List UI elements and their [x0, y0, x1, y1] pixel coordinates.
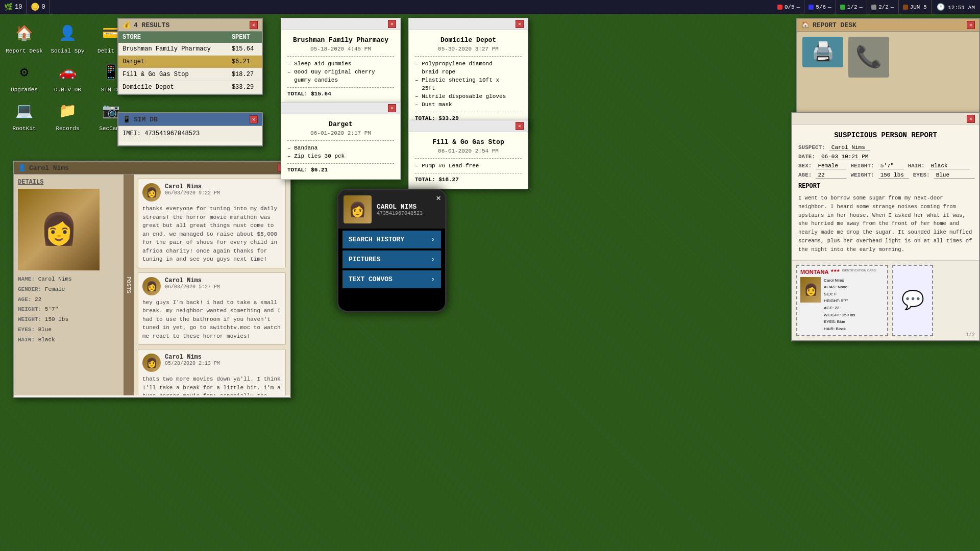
report-desk-content: 🖨️ 📞: [797, 32, 979, 112]
status-gray-value: 2/2: [878, 4, 889, 10]
status-green-value: 1/2: [847, 4, 857, 10]
energy-value: 10: [15, 4, 22, 11]
simdb-header: 📱 SIM DB ✕: [118, 113, 262, 126]
post-item: 👩 Carol Nims 05/28/2020 2:13 PM thats tw…: [138, 349, 286, 395]
results-table: STORE SPENT Brushman Family Pharmacy $15…: [118, 32, 262, 94]
field-height: HEIGHT: 5'7": [18, 305, 119, 315]
icon-rootkit[interactable]: 💻 RootKit: [5, 98, 43, 132]
carol-details: DETAILS 👩 NAME: Carol Nims GENDER: Femal…: [14, 174, 124, 395]
post-meta: Carol Nims 06/03/2020 9:22 PM: [165, 183, 220, 196]
table-row[interactable]: Darget $6.21: [118, 56, 262, 68]
report-date-row: DATE: 06-03 10:21 PM: [798, 154, 973, 160]
status-date: JUN 5: [899, 0, 932, 14]
results-window-title: 💰 4 RESULTS: [122, 21, 169, 29]
suspicious-report-window: ✕ SUSPICIOUS PERSON REPORT SUSPECT: Caro…: [791, 112, 980, 341]
posts-tab[interactable]: POSTS: [124, 174, 134, 395]
social-spy-icon: 👤: [55, 20, 81, 46]
calendar-icon: [903, 5, 908, 10]
icon-records[interactable]: 📁 Records: [48, 98, 87, 132]
field-eyes: EYES: Blue: [18, 325, 119, 335]
store-name: Brushman Family Pharmacy: [118, 43, 228, 56]
avatar: 👩: [142, 183, 161, 202]
red-dot-icon: [777, 5, 782, 10]
simdb-icon: 📱: [122, 115, 131, 123]
report-content: SUSPICIOUS PERSON REPORT SUSPECT: Carol …: [792, 125, 979, 260]
records-label: Records: [56, 126, 79, 132]
dmv-db-icon: 🚗: [55, 59, 81, 85]
field-gender: GENDER: Female: [18, 285, 119, 295]
carol-window-header: 👤 Carol Nims ✕: [14, 162, 290, 174]
simdb-close-button[interactable]: ✕: [250, 115, 258, 123]
carol-photo: 👩: [18, 189, 100, 270]
status-red: 0/5 —: [773, 0, 804, 14]
col-spent: SPENT: [228, 32, 262, 43]
receipt-fillgo: ✕ Fill & Go Gas Stop 06-01-2020 2:54 PM …: [408, 120, 528, 189]
coin-icon: 🪙: [31, 3, 39, 11]
report-desk-title: 🏠 REPORT DESK: [801, 21, 856, 29]
phone-bottom-padding: [338, 290, 445, 306]
field-age: AGE: 22: [18, 295, 119, 305]
report-window-header: ✕: [792, 113, 979, 125]
table-row[interactable]: Brushman Family Pharmacy $15.64: [118, 43, 262, 56]
field-name: NAME: Carol Nims: [18, 274, 119, 285]
id-card: MONTANA ★★★ IDENTIFICATION CARD 👩 Carol …: [796, 265, 888, 337]
avatar: 👩: [142, 354, 161, 372]
receipt-darget-close[interactable]: ✕: [388, 104, 396, 112]
phone-avatar: 👩: [344, 195, 372, 223]
taskbar-energy: 🌿 10: [0, 0, 27, 14]
icon-upgrades[interactable]: ⚙️ Upgrades: [5, 59, 43, 93]
desk-phone-icon: 📞: [848, 37, 889, 78]
id-card-photo: 👩: [800, 277, 821, 303]
gray-dot-icon: [871, 5, 876, 10]
table-row[interactable]: Fill & Go Gas Stop $18.27: [118, 68, 262, 81]
report-desk-close[interactable]: ✕: [967, 21, 975, 29]
page-counter: 1/2: [966, 332, 975, 338]
report-desk-icon: 🏠: [12, 20, 37, 46]
carol-icon: 👤: [18, 164, 26, 172]
field-weight: WEIGHT: 150 lbs: [18, 315, 119, 325]
phone-pictures[interactable]: PICTURES ›: [342, 251, 441, 268]
icon-report-desk[interactable]: 🏠 Report Desk: [5, 20, 43, 54]
phone-text-convos[interactable]: TEXT CONVOS ›: [342, 270, 441, 288]
social-spy-label: Social Spy: [51, 48, 84, 54]
table-row[interactable]: Domicile Depot $33.29: [118, 81, 262, 94]
post-item: 👩 Carol Nims 06/03/2020 5:27 PM hey guys…: [138, 272, 286, 345]
status-blue: 5/6 —: [804, 0, 836, 14]
receipt-fillgo-close[interactable]: ✕: [516, 122, 524, 130]
status-green: 1/2 —: [836, 0, 867, 14]
report-desk-header: 🏠 REPORT DESK ✕: [797, 19, 979, 32]
carol-posts[interactable]: 👩 Carol Nims 06/03/2020 9:22 PM thanks e…: [134, 174, 290, 395]
imei-label: IMEI:: [122, 130, 141, 137]
phone-close-button[interactable]: ✕: [436, 193, 441, 203]
post-header: 👩 Carol Nims 06/03/2020 5:27 PM: [142, 277, 281, 295]
icon-dmv-db[interactable]: 🚗 D.M.V DB: [48, 59, 87, 93]
post-header: 👩 Carol Nims 06/03/2020 9:22 PM: [142, 183, 281, 202]
receipt-fillgo-content: Fill & Go Gas Stop 06-01-2020 2:54 PM – …: [409, 132, 528, 189]
time-value: 12:51 AM: [948, 5, 975, 11]
phone-search-history[interactable]: SEARCH HISTORY ›: [342, 231, 441, 248]
receipt-brushman-close[interactable]: ✕: [388, 20, 396, 28]
receipt-brushman: ✕ Brushman Family Pharmacy 05-18-2020 4:…: [281, 18, 401, 104]
report-suspect-row: SUSPECT: Carol Nims: [798, 144, 973, 151]
records-icon: 📁: [55, 98, 81, 123]
results-window-header: 💰 4 RESULTS ✕: [118, 19, 262, 32]
results-close-button[interactable]: ✕: [250, 21, 258, 29]
rootkit-label: RootKit: [12, 126, 36, 132]
report-window-close[interactable]: ✕: [967, 115, 975, 123]
report-desk-window: 🏠 REPORT DESK ✕ 🖨️ 📞: [796, 18, 980, 115]
post-header: 👩 Carol Nims 05/28/2020 2:13 PM: [142, 354, 281, 372]
receipt-domicile-close[interactable]: ✕: [516, 20, 524, 28]
imei-value: 473541967048523: [144, 130, 200, 137]
avatar: 👩: [142, 277, 161, 295]
clock: 🕐 12:51 AM: [932, 3, 980, 11]
report-label: REPORT: [798, 183, 973, 190]
results-icon: 💰: [122, 21, 131, 29]
store-name: Fill & Go Gas Stop: [118, 68, 228, 81]
carol-photo-placeholder: 👩: [18, 189, 100, 270]
store-spent: $6.21: [228, 56, 262, 68]
report-desk-label: Report Desk: [6, 48, 43, 54]
desktop-icons: 🏠 Report Desk 👤 Social Spy 💳 Debit DB ⚙️…: [5, 20, 130, 132]
post-meta: Carol Nims 06/03/2020 5:27 PM: [165, 277, 220, 290]
date-value: JUN 5: [910, 4, 927, 10]
icon-social-spy[interactable]: 👤 Social Spy: [48, 20, 87, 54]
